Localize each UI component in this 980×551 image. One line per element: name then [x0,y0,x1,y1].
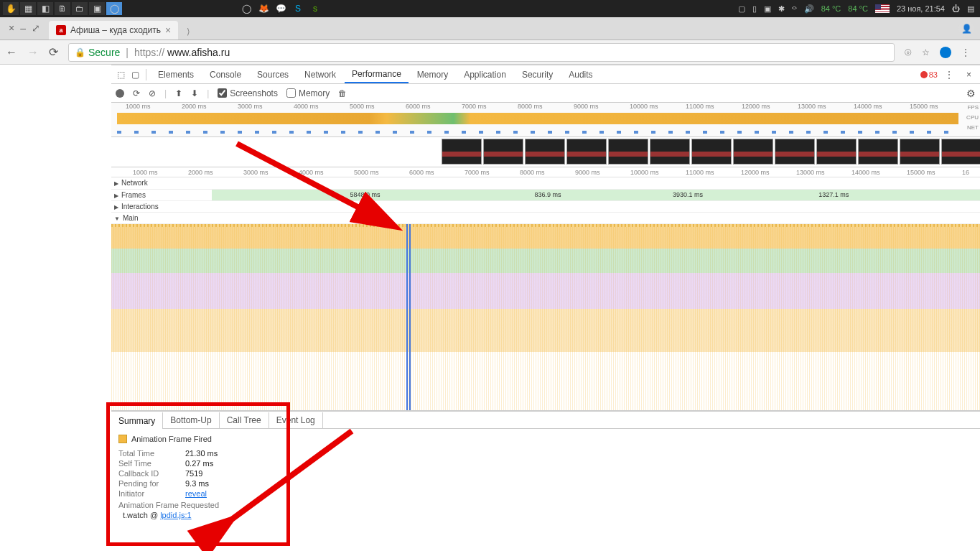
files-icon[interactable]: 🗀 [72,2,88,15]
chrome-icon[interactable]: ◯ [238,2,254,15]
whatsapp-icon[interactable]: 💬 [273,2,289,15]
screenshot-thumb[interactable] [691,139,732,165]
tray-terminal-icon[interactable]: ▣ [764,4,771,14]
forward-button: → [27,46,39,59]
tab-sources[interactable]: Sources [250,67,296,83]
overview-label-net: NET [966,123,979,133]
calc-icon[interactable]: ▦ [20,2,36,15]
gc-button[interactable]: 🗑 [338,88,347,98]
chrome-task-icon[interactable]: ◯ [106,2,122,15]
tab-network[interactable]: Network [297,67,343,83]
browser-menu-icon[interactable]: ⋮ [961,47,970,57]
power-icon[interactable]: ⏻ [952,4,960,13]
tab-security[interactable]: Security [515,67,560,83]
device-toggle-icon[interactable]: ▢ [129,68,141,81]
screenshot-thumb[interactable] [858,139,898,165]
tab-memory[interactable]: Memory [410,67,455,83]
stat-value: 7519 [185,469,202,478]
perf-settings-icon[interactable]: ⚙ [966,88,976,99]
translate-icon[interactable]: ⦾ [905,47,912,57]
bluetooth-icon[interactable]: ✱ [778,4,785,14]
track-frames[interactable]: Frames 5848.0 ms 836.9 ms 3930.1 ms 1327… [111,190,980,201]
tab-performance[interactable]: Performance [345,66,409,83]
stack-source-link[interactable]: lpdid.js:1 [160,511,191,519]
screenshot-thumb[interactable] [566,139,607,165]
monitor-icon[interactable]: ◧ [37,2,53,15]
perf-overview[interactable]: 1000 ms2000 ms3000 ms4000 ms5000 ms6000 … [111,103,980,137]
volume-icon[interactable]: 🔊 [804,4,814,14]
terminal-icon[interactable]: ▣ [89,2,105,15]
window-min-icon[interactable]: – [20,22,26,34]
devtools-close-icon[interactable]: × [961,70,977,80]
tab-call-tree[interactable]: Call Tree [220,412,269,428]
devtools-menu-icon[interactable]: ⋮ [939,70,959,80]
tab-elements[interactable]: Elements [151,67,201,83]
reload-button[interactable]: ⟳ [49,45,58,59]
screenshot-thumb[interactable] [900,139,940,165]
stat-key: Total Time [118,449,179,458]
editor-icon[interactable]: 🗎 [55,2,70,15]
tab-console[interactable]: Console [202,67,248,83]
browser-toolbar: ← → ⟳ 🔒 Secure | https://www.afisha.ru ⦾… [0,40,980,65]
screenshot-thumb[interactable] [775,139,815,165]
clear-button[interactable]: ⊘ [149,88,156,98]
error-count[interactable]: 83 [920,70,938,79]
overview-ruler: 1000 ms2000 ms3000 ms4000 ms5000 ms6000 … [111,103,980,111]
tab-bottom-up[interactable]: Bottom-Up [163,412,219,428]
wifi-icon[interactable]: ⌔ [792,4,797,13]
selection-marker[interactable] [406,224,411,410]
flame-chart[interactable] [111,224,980,411]
tab-close-icon[interactable]: × [165,24,171,36]
screenshot-strip[interactable] [111,137,980,167]
perf-timeline[interactable]: 1000 ms2000 ms3000 ms4000 ms5000 ms6000 … [111,167,980,551]
track-network[interactable]: Network [111,177,980,189]
screenshot-thumb[interactable] [650,139,690,165]
screenshot-thumb[interactable] [525,139,565,165]
track-main[interactable]: Main [111,213,980,224]
screenshot-thumb[interactable] [442,139,482,165]
battery-icon[interactable]: ▯ [752,4,757,14]
extension-icon[interactable] [940,47,951,58]
skype-icon[interactable]: S [290,2,306,15]
stat-key: Self Time [118,459,179,468]
devtools-tab-bar: ⬚ ▢ Elements Console Sources Network Per… [111,65,980,84]
keyboard-layout-flag[interactable] [875,4,890,13]
tab-summary[interactable]: Summary [111,412,163,429]
save-profile-button[interactable]: ⬇ [191,88,198,98]
event-name: Animation Frame Fired [131,435,212,443]
address-bar[interactable]: 🔒 Secure | https://www.afisha.ru [68,43,895,62]
tab-audits[interactable]: Audits [561,67,599,83]
back-button[interactable]: ← [6,46,17,59]
tablet-icon[interactable]: ▢ [738,4,745,14]
reload-record-button[interactable]: ⟳ [133,88,140,98]
screenshot-thumb[interactable] [941,139,980,165]
firefox-icon[interactable]: 🦊 [256,2,271,15]
screenshot-thumb[interactable] [483,139,523,165]
record-button[interactable] [116,89,124,98]
bookmark-star-icon[interactable]: ☆ [922,47,930,57]
window-close-icon[interactable]: × [9,22,14,34]
window-max-icon[interactable]: ⤢ [32,22,40,34]
tab-event-log[interactable]: Event Log [269,412,323,428]
initiator-reveal-link[interactable]: reveal [185,489,207,498]
screenshot-thumb[interactable] [816,139,857,165]
screenshots-checkbox[interactable]: Screenshots [218,88,278,98]
panel-menu-icon[interactable]: ▤ [967,4,974,14]
profile-avatar-icon[interactable]: 👤 [958,21,974,37]
browser-tab[interactable]: a Афиша – куда сходить × [49,21,178,40]
slack-icon[interactable]: s [307,2,323,15]
inspect-element-icon[interactable]: ⬚ [114,68,127,81]
track-interactions[interactable]: Interactions [111,201,980,213]
load-profile-button[interactable]: ⬆ [175,88,182,98]
memory-checkbox[interactable]: Memory [286,88,330,98]
screenshot-thumb[interactable] [733,139,773,165]
new-tab-button[interactable]: ⟩ [181,24,196,40]
os-taskbar: ✋ ▦ ◧ 🗎 🗀 ▣ ◯ ◯ 🦊 💬 S s ▢ ▯ ▣ ✱ ⌔ 🔊 84 °… [0,0,980,17]
frame-duration: 3930.1 ms [673,191,703,198]
tab-application[interactable]: Application [457,67,513,83]
screenshot-thumb[interactable] [608,139,648,165]
overview-label-fps: FPS [966,103,979,113]
launcher-icon[interactable]: ✋ [3,2,19,15]
tab-title: Афиша – куда сходить [70,25,161,35]
details-panel: Summary Bottom-Up Call Tree Event Log An… [111,411,980,551]
